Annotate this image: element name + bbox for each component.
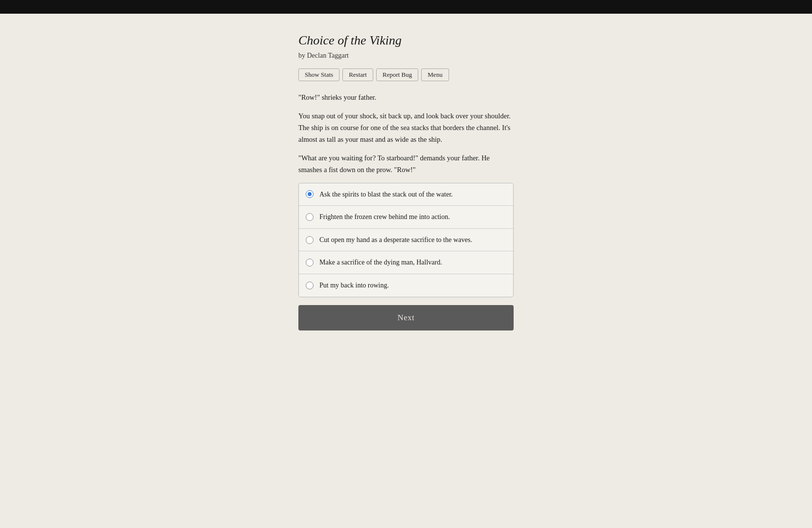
choice-radio[interactable] <box>306 213 314 221</box>
restart-button[interactable]: Restart <box>342 68 373 81</box>
main-content: Choice of the Viking by Declan Taggart S… <box>289 14 523 330</box>
choice-item[interactable]: Frighten the frozen crew behind me into … <box>299 206 513 229</box>
choices-container: Ask the spirits to blast the stack out o… <box>298 183 514 297</box>
choice-label: Frighten the frozen crew behind me into … <box>319 212 450 222</box>
choice-radio[interactable] <box>306 259 314 266</box>
choice-item[interactable]: Put my back into rowing. <box>299 274 513 297</box>
choice-label: Cut open my hand as a desperate sacrific… <box>319 235 472 245</box>
top-bar <box>0 0 812 14</box>
story-paragraph-3: "What are you waiting for? To starboard!… <box>298 153 514 176</box>
next-button[interactable]: Next <box>298 305 514 330</box>
choice-label: Make a sacrifice of the dying man, Hallv… <box>319 258 442 267</box>
choice-label: Put my back into rowing. <box>319 281 389 290</box>
story-text: "Row!" shrieks your father. You snap out… <box>298 92 514 176</box>
report-bug-button[interactable]: Report Bug <box>376 68 418 81</box>
game-title: Choice of the Viking <box>298 33 514 48</box>
choice-radio[interactable] <box>306 236 314 244</box>
toolbar: Show Stats Restart Report Bug Menu <box>298 68 514 81</box>
menu-button[interactable]: Menu <box>421 68 449 81</box>
choice-label: Ask the spirits to blast the stack out o… <box>319 190 453 199</box>
choice-radio[interactable] <box>306 190 314 198</box>
story-paragraph-2: You snap out of your shock, sit back up,… <box>298 110 514 146</box>
game-author: by Declan Taggart <box>298 52 514 60</box>
choice-item[interactable]: Cut open my hand as a desperate sacrific… <box>299 229 513 252</box>
choice-item[interactable]: Ask the spirits to blast the stack out o… <box>299 183 513 206</box>
choice-radio[interactable] <box>306 282 314 289</box>
show-stats-button[interactable]: Show Stats <box>298 68 339 81</box>
choice-item[interactable]: Make a sacrifice of the dying man, Hallv… <box>299 251 513 274</box>
story-paragraph-1: "Row!" shrieks your father. <box>298 92 514 104</box>
